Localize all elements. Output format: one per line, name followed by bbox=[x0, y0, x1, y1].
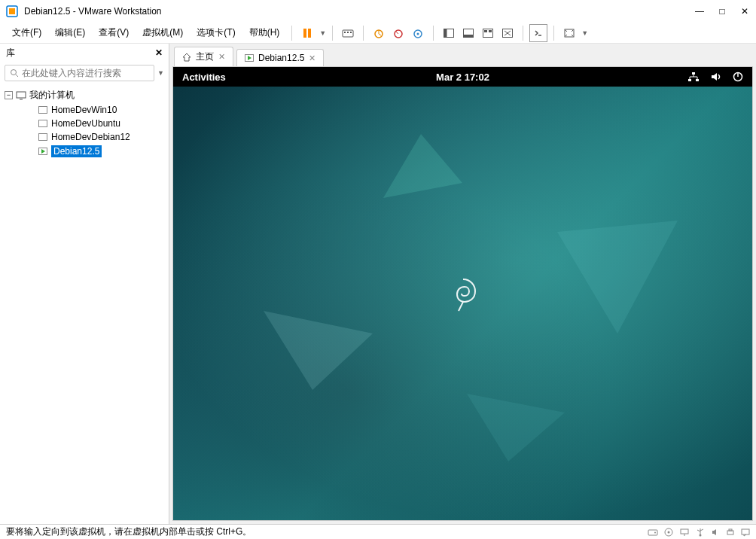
svg-rect-54 bbox=[742, 529, 749, 534]
menu-tabs[interactable]: 选项卡(T) bbox=[191, 23, 241, 42]
library-close-button[interactable]: ✕ bbox=[155, 47, 163, 58]
svg-rect-42 bbox=[648, 530, 657, 535]
svg-marker-30 bbox=[41, 149, 45, 154]
svg-marker-41 bbox=[467, 394, 565, 461]
gnome-desktop[interactable] bbox=[173, 87, 752, 520]
svg-rect-34 bbox=[688, 79, 691, 81]
snapshot-revert-button[interactable] bbox=[389, 24, 407, 42]
main-area: 主页 ✕ Debian12.5 ✕ Activities Mar 2 17:02 bbox=[169, 44, 756, 524]
search-dropdown[interactable]: ▼ bbox=[157, 69, 164, 77]
device-disk-icon[interactable] bbox=[648, 528, 658, 537]
svg-rect-53 bbox=[729, 529, 732, 531]
window-titlebar: Debian12.5 - VMware Workstation — □ ✕ bbox=[0, 0, 756, 23]
vmware-app-icon bbox=[6, 5, 18, 17]
layout-thumbnail-button[interactable] bbox=[479, 24, 497, 42]
menu-file[interactable]: 文件(F) bbox=[6, 23, 47, 42]
window-minimize-button[interactable]: — bbox=[694, 6, 705, 17]
svg-rect-1 bbox=[9, 8, 15, 14]
svg-rect-52 bbox=[727, 531, 733, 534]
tree-toggle-icon[interactable]: − bbox=[5, 91, 13, 99]
svg-line-51 bbox=[700, 529, 703, 531]
tab-vm-debian125[interactable]: Debian12.5 ✕ bbox=[236, 49, 324, 66]
menu-vm[interactable]: 虚拟机(M) bbox=[136, 23, 189, 42]
vm-item-homedevwin10[interactable]: HomeDevWin10 bbox=[0, 103, 169, 117]
svg-rect-15 bbox=[464, 35, 474, 38]
library-search-input[interactable] bbox=[22, 68, 149, 78]
svg-marker-39 bbox=[264, 311, 373, 390]
power-icon[interactable] bbox=[733, 72, 743, 82]
tree-root-my-computer[interactable]: − 我的计算机 bbox=[0, 87, 169, 103]
layout-unity-button[interactable] bbox=[498, 24, 517, 42]
vm-icon bbox=[38, 105, 48, 115]
separator bbox=[433, 26, 434, 41]
tab-close-icon[interactable]: ✕ bbox=[218, 52, 225, 62]
svg-rect-28 bbox=[39, 134, 47, 141]
svg-line-23 bbox=[16, 75, 18, 77]
library-search[interactable] bbox=[5, 65, 154, 81]
separator bbox=[291, 26, 292, 41]
svg-rect-4 bbox=[343, 30, 353, 37]
console-button[interactable] bbox=[529, 24, 547, 42]
svg-point-45 bbox=[668, 531, 670, 533]
separator bbox=[332, 26, 333, 41]
separator bbox=[523, 26, 523, 41]
svg-rect-46 bbox=[681, 529, 688, 534]
svg-marker-32 bbox=[248, 56, 251, 60]
svg-point-22 bbox=[11, 70, 17, 75]
svg-rect-27 bbox=[39, 120, 47, 127]
vm-icon bbox=[38, 118, 48, 129]
vm-running-icon bbox=[38, 146, 48, 157]
layout-bottom-button[interactable] bbox=[459, 24, 477, 42]
device-network-icon[interactable] bbox=[679, 528, 690, 537]
search-icon bbox=[10, 69, 19, 78]
vm-item-label: HomeDevDebian12 bbox=[51, 132, 130, 142]
layout-side-button[interactable] bbox=[440, 24, 458, 42]
svg-rect-26 bbox=[39, 107, 47, 114]
svg-rect-5 bbox=[344, 32, 346, 33]
menu-edit[interactable]: 编辑(E) bbox=[49, 23, 91, 42]
tab-close-icon[interactable]: ✕ bbox=[309, 53, 316, 63]
statusbar: 要将输入定向到该虚拟机，请在虚拟机内部单击或按 Ctrl+G。 bbox=[0, 524, 756, 539]
window-title: Debian12.5 - VMware Workstation bbox=[24, 6, 694, 17]
window-close-button[interactable]: ✕ bbox=[739, 6, 750, 17]
vm-console-view[interactable]: Activities Mar 2 17:02 bbox=[172, 66, 753, 521]
device-sound-icon[interactable] bbox=[711, 528, 720, 537]
library-sidebar: 库 ✕ ▼ − 我的计算机 bbox=[0, 44, 169, 524]
vm-item-homedevdebian12[interactable]: HomeDevDebian12 bbox=[0, 130, 169, 144]
svg-line-50 bbox=[697, 530, 700, 531]
menu-view[interactable]: 查看(V) bbox=[93, 23, 135, 42]
volume-icon[interactable] bbox=[710, 72, 722, 82]
statusbar-hint: 要将输入定向到该虚拟机，请在虚拟机内部单击或按 Ctrl+G。 bbox=[6, 525, 251, 538]
debian-swirl-icon bbox=[448, 276, 478, 312]
tab-home[interactable]: 主页 ✕ bbox=[174, 47, 233, 66]
network-icon[interactable] bbox=[687, 72, 700, 82]
gnome-activities-button[interactable]: Activities bbox=[182, 72, 226, 83]
send-ctrl-alt-del-button[interactable] bbox=[339, 24, 357, 42]
tab-home-label: 主页 bbox=[196, 50, 214, 63]
vm-item-homedevubuntu[interactable]: HomeDevUbuntu bbox=[0, 117, 169, 130]
vm-item-debian125[interactable]: Debian12.5 bbox=[0, 144, 169, 159]
svg-rect-7 bbox=[350, 32, 352, 33]
library-title: 库 bbox=[6, 47, 15, 59]
fullscreen-button[interactable] bbox=[560, 24, 578, 42]
snapshot-take-button[interactable] bbox=[370, 24, 388, 42]
separator bbox=[553, 26, 554, 41]
home-icon bbox=[182, 53, 191, 62]
device-printer-icon[interactable] bbox=[726, 528, 735, 537]
svg-point-43 bbox=[654, 531, 656, 533]
device-cd-icon[interactable] bbox=[664, 528, 673, 537]
gnome-clock[interactable]: Mar 2 17:02 bbox=[436, 72, 489, 83]
vm-tree: − 我的计算机 HomeDevWin10 HomeDevUbuntu bbox=[0, 84, 169, 162]
menu-help[interactable]: 帮助(H) bbox=[243, 23, 286, 42]
window-maximize-button[interactable]: □ bbox=[717, 6, 727, 17]
messages-icon[interactable] bbox=[741, 528, 750, 537]
svg-rect-24 bbox=[17, 92, 26, 98]
svg-rect-33 bbox=[692, 72, 695, 75]
pause-button[interactable] bbox=[298, 24, 316, 42]
snapshot-manager-button[interactable] bbox=[409, 24, 427, 42]
separator bbox=[363, 26, 364, 41]
device-usb-icon[interactable] bbox=[696, 528, 705, 537]
svg-rect-2 bbox=[303, 29, 306, 38]
fullscreen-dropdown[interactable]: ▼ bbox=[581, 29, 588, 37]
power-dropdown[interactable]: ▼ bbox=[319, 29, 326, 37]
